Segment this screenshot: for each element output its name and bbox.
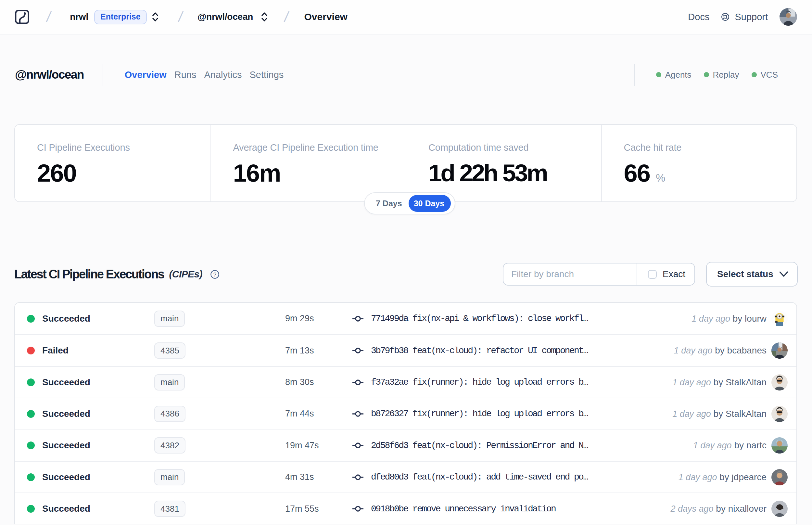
svg-text:?: ?	[213, 271, 217, 278]
